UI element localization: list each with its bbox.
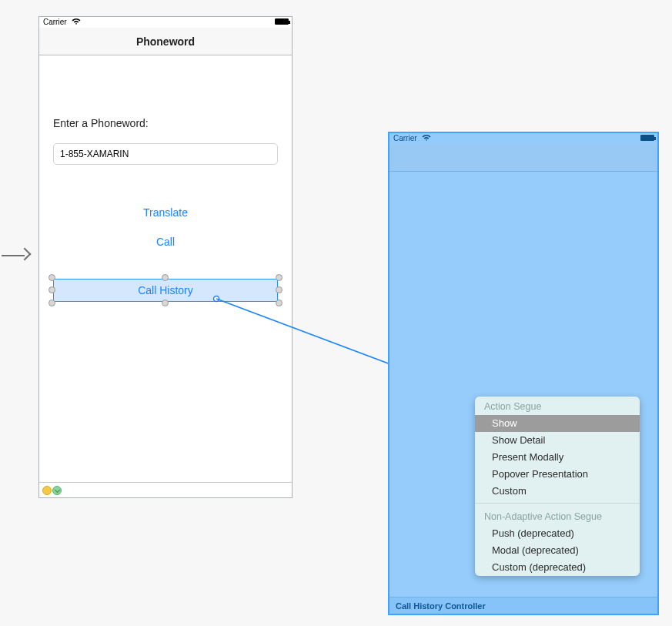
- menu-item-custom-deprecated[interactable]: Custom (deprecated): [475, 559, 640, 576]
- segue-action-menu[interactable]: Action Segue Show Show Detail Present Mo…: [475, 397, 640, 576]
- status-bar: Carrier: [389, 133, 657, 144]
- nav-title: Phoneword: [136, 35, 195, 48]
- wifi-icon: [422, 134, 431, 145]
- exit-icon[interactable]: [52, 486, 62, 495]
- resize-handle[interactable]: [162, 300, 169, 306]
- scene-entry-arrow: [2, 248, 31, 263]
- enter-phoneword-label: Enter a Phoneword:: [53, 117, 278, 129]
- translate-button[interactable]: Translate: [53, 206, 278, 219]
- phoneword-textfield[interactable]: [53, 143, 278, 165]
- call-button[interactable]: Call: [53, 236, 278, 248]
- menu-item-custom[interactable]: Custom: [475, 483, 640, 500]
- resize-handle[interactable]: [48, 286, 55, 293]
- call-history-button-label: Call History: [138, 284, 193, 296]
- menu-item-push-deprecated[interactable]: Push (deprecated): [475, 525, 640, 542]
- scene-dock: [39, 482, 292, 497]
- resize-handle[interactable]: [276, 274, 283, 281]
- carrier-label: Carrier: [43, 17, 67, 28]
- first-responder-icon[interactable]: [42, 486, 52, 495]
- resize-handle[interactable]: [48, 274, 55, 281]
- phoneword-scene[interactable]: Carrier Phoneword Enter a Phoneword: Tra…: [38, 16, 293, 498]
- menu-item-show-detail[interactable]: Show Detail: [475, 432, 640, 449]
- battery-icon: [640, 135, 654, 141]
- menu-item-popover-presentation[interactable]: Popover Presentation: [475, 466, 640, 483]
- menu-section-title: Non-Adaptive Action Segue: [475, 507, 640, 525]
- menu-item-modal-deprecated[interactable]: Modal (deprecated): [475, 542, 640, 559]
- resize-handle[interactable]: [276, 300, 283, 306]
- nav-bar: Phoneword: [39, 28, 292, 55]
- status-bar: Carrier: [39, 17, 292, 28]
- scene-label-bar[interactable]: Call History Controller: [389, 597, 657, 614]
- battery-icon: [275, 18, 289, 25]
- menu-divider: [475, 503, 640, 504]
- resize-handle[interactable]: [48, 300, 55, 306]
- scene-label: Call History Controller: [396, 601, 486, 611]
- menu-section-title: Action Segue: [475, 397, 640, 415]
- carrier-label: Carrier: [393, 133, 417, 144]
- call-history-button-selected[interactable]: Call History: [53, 279, 278, 302]
- menu-item-show[interactable]: Show: [475, 415, 640, 432]
- resize-handle[interactable]: [276, 286, 283, 293]
- resize-handle[interactable]: [162, 274, 169, 281]
- wifi-icon: [72, 18, 81, 28]
- nav-bar: [389, 144, 657, 172]
- menu-item-present-modally[interactable]: Present Modally: [475, 449, 640, 466]
